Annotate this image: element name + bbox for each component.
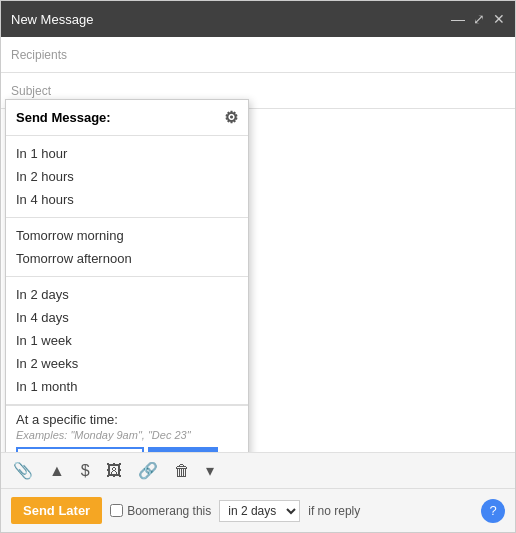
boomerang-days-dropdown[interactable]: in 2 days in 1 day in 3 days in 1 week [219, 500, 300, 522]
dropdown-header-label: Send Message: [16, 110, 111, 125]
tomorrow-section: Tomorrow morning Tomorrow afternoon [6, 218, 248, 277]
trash-icon[interactable]: 🗑 [170, 460, 194, 482]
compose-toolbar: 📎 ▲ $ 🖼 🔗 🗑 ▾ [1, 452, 515, 488]
boomerang-checkbox[interactable] [110, 504, 123, 517]
minimize-button[interactable]: — [451, 11, 465, 27]
recipients-label: Recipients [11, 48, 81, 62]
in-4-hours-item[interactable]: In 4 hours [6, 188, 248, 211]
compose-window: New Message — ⤢ ✕ Recipients Subject Sen… [0, 0, 516, 533]
send-schedule-dropdown: Send Message: ⚙ In 1 hour In 2 hours In … [5, 99, 249, 452]
in-4-days-item[interactable]: In 4 days [6, 306, 248, 329]
tomorrow-afternoon-item[interactable]: Tomorrow afternoon [6, 247, 248, 270]
hours-section: In 1 hour In 2 hours In 4 hours [6, 136, 248, 218]
specific-time-example: Examples: "Monday 9am", "Dec 23" [16, 429, 238, 441]
in-2-hours-item[interactable]: In 2 hours [6, 165, 248, 188]
if-no-reply-label: if no reply [308, 504, 360, 518]
attach-icon[interactable]: 📎 [9, 459, 37, 482]
recipients-input[interactable] [81, 47, 505, 62]
subject-input[interactable] [81, 83, 505, 98]
days-section: In 2 days In 4 days In 1 week In 2 weeks… [6, 277, 248, 405]
body-area[interactable]: Send Message: ⚙ In 1 hour In 2 hours In … [1, 109, 515, 452]
expand-button[interactable]: ⤢ [473, 11, 485, 27]
in-1-week-item[interactable]: In 1 week [6, 329, 248, 352]
dollar-icon[interactable]: $ [77, 460, 94, 482]
window-title: New Message [11, 12, 93, 27]
boomerang-text: Boomerang this [127, 504, 211, 518]
in-2-weeks-item[interactable]: In 2 weeks [6, 352, 248, 375]
in-1-hour-item[interactable]: In 1 hour [6, 142, 248, 165]
dropdown-header: Send Message: ⚙ [6, 100, 248, 136]
specific-time-input-row: 📅 Confirm [16, 447, 238, 452]
close-button[interactable]: ✕ [493, 11, 505, 27]
image-icon[interactable]: 🖼 [102, 460, 126, 482]
window-controls: — ⤢ ✕ [451, 11, 505, 27]
bottom-bar: Send Later Boomerang this in 2 days in 1… [1, 488, 515, 532]
subject-label: Subject [11, 84, 81, 98]
help-button[interactable]: ? [481, 499, 505, 523]
in-1-month-item[interactable]: In 1 month [6, 375, 248, 398]
gear-icon[interactable]: ⚙ [224, 108, 238, 127]
confirm-button[interactable]: Confirm [148, 447, 218, 452]
specific-time-section: At a specific time: Examples: "Monday 9a… [6, 405, 248, 452]
title-bar: New Message — ⤢ ✕ [1, 1, 515, 37]
datetime-input-wrapper[interactable]: 📅 [16, 447, 144, 452]
link-icon[interactable]: 🔗 [134, 459, 162, 482]
send-later-button[interactable]: Send Later [11, 497, 102, 524]
in-2-days-item[interactable]: In 2 days [6, 283, 248, 306]
tomorrow-morning-item[interactable]: Tomorrow morning [6, 224, 248, 247]
compose-area: Recipients Subject Send Message: ⚙ In 1 … [1, 37, 515, 452]
specific-time-label: At a specific time: [16, 412, 238, 427]
boomerang-label: Boomerang this [110, 504, 211, 518]
drive-icon[interactable]: ▲ [45, 460, 69, 482]
more-icon[interactable]: ▾ [202, 459, 218, 482]
recipients-field-row: Recipients [1, 37, 515, 73]
